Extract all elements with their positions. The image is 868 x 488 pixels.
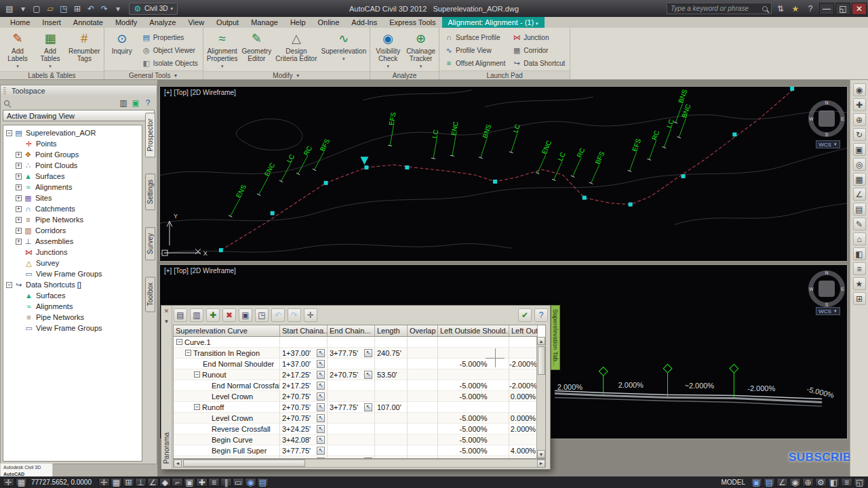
object-viewer-button[interactable]: ◎Object Viewer [139,44,201,56]
viewcube-face[interactable] [818,110,835,127]
expand-icon[interactable]: + [16,195,22,201]
list-button[interactable]: ≡ [853,262,866,275]
viewport2-controls[interactable]: [+] [Top] [2D Wireframe] [164,267,236,274]
inquiry-button[interactable]: ⊙Inquiry [106,29,138,55]
ribbon-tab-express-tools[interactable]: Express Tools [383,17,441,28]
add-row-button[interactable]: ✚ [206,308,220,322]
viewport1-controls[interactable]: [+] [Top] [2D Wireframe] [164,89,236,96]
ribbon-tab-online[interactable]: Online [312,17,346,28]
ribbon-tab-home[interactable]: Home [4,17,36,28]
collapse-icon[interactable]: − [194,404,200,410]
table-row[interactable]: Reverse Crossfall3+24.25'↖-5.000%2.000% [174,424,538,434]
scrollbar-thumb[interactable] [183,460,305,467]
am-toggle[interactable]: ▤ [257,478,269,487]
save-file-button[interactable]: ◳ [57,2,71,16]
tree-item-data-shortcuts[interactable]: −↪Data Shortcuts [] [6,279,142,290]
tree-item-points[interactable]: ✛Points [6,138,142,149]
viewcube[interactable]: N S W E [808,100,845,137]
help-pan-button[interactable]: ? [534,308,548,322]
redo-button[interactable]: ↷ [98,2,111,16]
geometry-editor-button[interactable]: ✎Geometry Editor [240,29,273,62]
quick-view-d-button[interactable]: ▣ [751,478,762,487]
scroll-up-button[interactable]: ▲ [537,337,545,345]
copy-clip-button[interactable]: ◳ [255,308,269,322]
pick-on-screen-icon[interactable]: ↖ [317,414,325,422]
tree-item-sites[interactable]: +▦Sites [6,192,142,203]
pick-on-screen-icon[interactable]: ↖ [364,349,372,357]
add-tables-button[interactable]: ▦Add Tables▾ [35,29,66,70]
pick-on-screen-icon[interactable]: ↖ [317,371,325,379]
panel-title-analyze[interactable]: Analyze [370,71,439,79]
perf-button[interactable]: ≡ [841,478,852,487]
ribbon-tab-context-alignment[interactable]: Alignment: Alignment - (1)▾ [442,17,545,28]
help-round-button[interactable]: ? [804,2,817,16]
restore-button[interactable]: ◱ [835,3,850,15]
cleanscreen-button[interactable]: ◱ [854,478,865,487]
scrollbar-thumb[interactable] [538,346,545,375]
viewcube-north[interactable]: N [825,270,828,275]
column-header-left-outside-should[interactable]: Left Outside Should... [438,325,509,337]
steering-wheel-button[interactable]: ◉ [853,83,866,96]
pick-on-screen-icon[interactable]: ↖ [317,447,325,455]
table-row[interactable]: Begin Full Super3+77.75'↖-5.000%4.000% [174,445,538,456]
viewcube-east[interactable]: E [841,287,844,291]
table-row[interactable]: Level Crown2+70.75'↖-5.000%0.000% [174,391,538,402]
pick-on-screen-icon[interactable]: ↖ [317,382,325,390]
panes-button[interactable]: ▥ [118,98,129,108]
search-icon[interactable] [762,6,768,12]
junction-button[interactable]: ⋈Junction [509,31,568,43]
annot-scale-button[interactable]: ∠ [776,478,788,487]
pick-on-screen-icon[interactable]: ↖ [317,349,325,357]
column-header-start-chaina[interactable]: Start Chaina... [280,325,328,337]
viewcube-west[interactable]: W [809,287,814,291]
ribbon-tab-add-ins[interactable]: Add-Ins [345,17,383,28]
tree-item-point-clouds[interactable]: +∴Point Clouds [6,160,142,171]
column-header-left-outside[interactable]: Left Outside... [509,325,538,337]
delete-row-button[interactable]: ✖ [222,308,236,322]
tpy-toggle[interactable]: ∥ [220,478,232,487]
collapse-icon[interactable]: − [194,371,200,378]
tree-item-pipe-networks[interactable]: +≡Pipe Networks [6,214,142,225]
tree-item-junctions[interactable]: ⋈Junctions [6,247,142,258]
scroll-down-button[interactable]: ▼ [537,450,545,458]
tree-item-superelevation-aor[interactable]: −▤Superelevation_AOR [6,127,142,138]
chainage-tracker-button[interactable]: ⊕Chainage Tracker▾ [405,29,437,70]
osnap-toggle[interactable]: ◆ [159,478,171,487]
alignment-properties-button[interactable]: ≈Alignment Properties▾ [205,29,239,70]
properties-button[interactable]: ▤Properties [139,31,201,43]
tree-item-surfaces[interactable]: ▲Surfaces [6,290,142,301]
home-view-button[interactable]: ⌂ [853,232,866,245]
viewcube-south[interactable]: S [825,132,829,137]
viewcube[interactable]: N S W E [808,270,845,307]
viewcube-tool-button[interactable]: ▣ [853,143,866,156]
redo-button[interactable]: ↷ [288,308,301,322]
pick-on-screen-icon[interactable]: ↖ [364,371,372,379]
pick-on-screen-icon[interactable]: ↖ [317,403,325,411]
tree-item-view-frame-groups[interactable]: ▭View Frame Groups [6,268,142,279]
menu-arrow-button[interactable]: ▾ [16,2,30,16]
expand-icon[interactable]: + [16,184,22,190]
model-space-button[interactable]: MODEL [721,479,745,486]
plot-button[interactable]: ⊞ [71,2,84,16]
data-shortcut-button[interactable]: ↪Data Shortcut [509,57,568,69]
sheet-button[interactable]: ▤ [853,203,866,216]
tree-item-assemblies[interactable]: +⊥Assemblies [6,236,142,247]
pick-on-screen-icon[interactable]: ↖ [317,458,325,459]
toolspace-header[interactable]: Toolspace [1,85,157,96]
favorites-button[interactable]: ★ [789,2,802,16]
tree-item-survey[interactable]: △Survey [6,258,142,268]
expand-icon[interactable]: + [16,228,22,234]
polar-toggle[interactable]: ∠ [147,478,159,487]
tree-item-pipe-networks[interactable]: ≡Pipe Networks [6,312,142,323]
active-drawing-view-dropdown[interactable]: Active Drawing View ▼ [3,110,155,121]
table-row[interactable]: End Normal Shoulder1+37.00'↖-5.000%-2.00… [174,359,538,369]
snap-grid-toggle[interactable]: ▦ [111,478,122,487]
panel-title-general-tools[interactable]: General Tools▼ [104,70,203,79]
pick-on-screen-icon[interactable]: ↖ [317,425,325,433]
workspace-switch-button[interactable]: ⚙ [815,478,827,487]
table-row[interactable]: Begin Curve3+42.08'↖-5.000% [174,434,538,445]
vertical-scrollbar[interactable]: ▲▼ [536,337,545,458]
undo-button[interactable]: ↶ [84,2,98,16]
quick-view-l-button[interactable]: ▤ [764,478,775,487]
layers-button[interactable]: ▦ [853,173,866,186]
